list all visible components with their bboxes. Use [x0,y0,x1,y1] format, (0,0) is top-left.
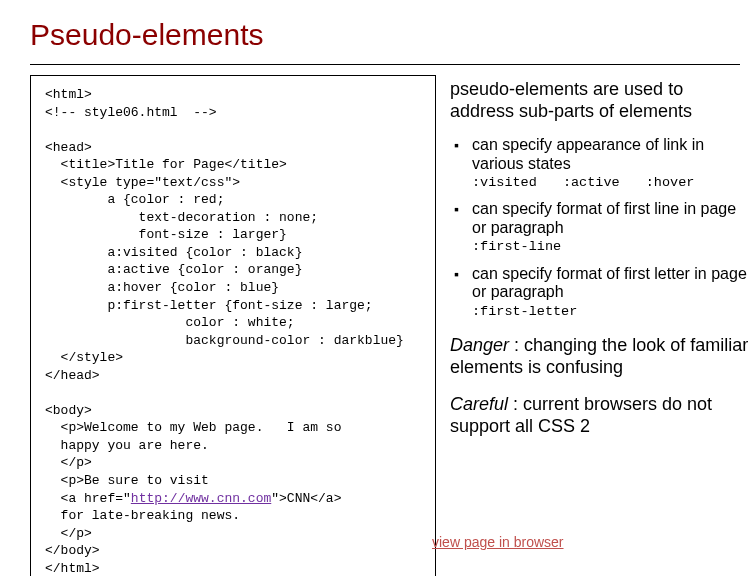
code-line: <!-- style06.html --> [45,105,217,120]
code-line: for late-breaking news. [45,508,240,523]
danger-note: Danger : changing the look of familiar e… [450,335,750,378]
danger-label: Danger [450,335,509,355]
code-line: text-decoration : none; [45,210,318,225]
careful-label: Careful [450,394,508,414]
bullet-list: can specify appearance of link in variou… [450,136,750,319]
pseudo-name: :first-letter [472,304,577,319]
bullet-text: can specify appearance of link in variou… [472,136,704,171]
code-line: </body> [45,543,100,558]
pseudo-name: :visited [472,175,537,190]
code-line: </style> [45,350,123,365]
bullet-text: can specify format of first line in page… [472,200,736,235]
code-line: </p> [45,526,92,541]
code-line: ">CNN</a> [271,491,341,506]
bullet-item: can specify format of first letter in pa… [450,265,750,319]
explanation-column: pseudo-elements are used to address sub-… [450,75,750,437]
code-line: color : white; [45,315,295,330]
pseudo-name: :hover [646,175,695,190]
bullet-item: can specify appearance of link in variou… [450,136,750,190]
code-line: <html> [45,87,92,102]
intro-text: pseudo-elements are used to address sub-… [450,79,750,122]
code-line: </head> [45,368,100,383]
code-line: <title>Title for Page</title> [45,157,287,172]
code-line: <p>Be sure to visit [45,473,209,488]
bullet-item: can specify format of first line in page… [450,200,750,254]
code-line: a:hover {color : blue} [45,280,279,295]
code-example: <html> <!-- style06.html --> <head> <tit… [30,75,436,576]
bullet-sub: :first-line [472,239,750,255]
pseudo-name: :first-line [472,239,561,254]
code-line: <head> [45,140,92,155]
pseudo-name: :active [563,175,620,190]
code-line: p:first-letter {font-size : large; [45,298,373,313]
page-title: Pseudo-elements [30,18,756,52]
code-hyperlink[interactable]: http://www.cnn.com [131,491,271,506]
view-page-link[interactable]: view page in browser [432,534,564,550]
code-line: font-size : larger} [45,227,287,242]
code-line: a {color : red; [45,192,224,207]
code-line: </html> [45,561,100,576]
code-line: happy you are here. [45,438,209,453]
bullet-sub: :visited :active :hover [472,175,750,191]
title-divider [30,64,740,65]
bullet-text: can specify format of first letter in pa… [472,265,747,300]
code-line: <body> [45,403,92,418]
code-line: a:visited {color : black} [45,245,302,260]
code-line: background-color : darkblue} [45,333,404,348]
bullet-sub: :first-letter [472,304,750,320]
code-line: </p> [45,455,92,470]
careful-note: Careful : current browsers do not suppor… [450,394,750,437]
code-line: a:active {color : orange} [45,262,302,277]
code-line: <style type="text/css"> [45,175,240,190]
code-line: <p>Welcome to my Web page. I am so [45,420,341,435]
code-line: <a href=" [45,491,131,506]
